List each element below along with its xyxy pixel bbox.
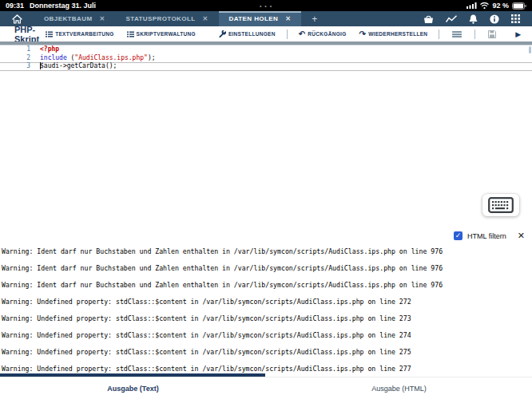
warning-line: Warning: Ident darf nur Buchstaben und Z… [2,243,532,260]
date: Donnerstag 31. Juli [30,2,96,10]
settings-label: EINSTELLUNGEN [228,31,276,37]
page-title: PHP-Skript [14,25,39,44]
tab-close-icon[interactable]: ✕ [202,15,208,22]
code-text: include ("AudiClass.ips.php"); [30,54,156,63]
redo-button[interactable]: ↷ WIEDERHERSTELLEN [359,30,428,38]
tab-daten-holen[interactable]: DATEN HOLEN✕ [219,11,302,26]
code-editor[interactable]: 1<?php2include ("AudiClass.ips.php");3$a… [0,45,532,228]
line-number: 3 [0,62,30,71]
tab-output-html[interactable]: Ausgabe (HTML) [266,377,532,399]
redo-icon: ↷ [359,30,367,38]
code-text: $audi->getCarData(); [30,62,117,71]
code-line[interactable]: 3$audi->getCarData(); [0,62,532,71]
toolbar-divider [287,30,288,39]
list-icon [46,31,53,38]
plus-icon: + [312,14,317,25]
line-number: 2 [0,54,30,63]
grid-icon[interactable] [511,14,520,23]
battery-icon [512,2,526,10]
html-filter-checkbox[interactable]: ✓ [454,231,463,240]
tab-objektbaum[interactable]: OBJEKTBAUM✕ [34,11,116,26]
html-filter-label: HTML filtern [467,232,506,240]
chart-icon[interactable] [446,15,457,23]
editor-vertical-scrollbar[interactable] [529,46,531,53]
script-management-label: SKRIPTVERWALTUNG [137,31,196,37]
battery-percent: 92 % [492,2,509,10]
cellular-icon [466,2,477,9]
store-icon[interactable] [423,14,434,24]
redo-label: WIEDERHERSTELLEN [368,31,427,37]
close-output-icon[interactable]: ✕ [518,231,525,241]
bell-icon[interactable] [469,14,478,24]
undo-label: RÜCKGÄNGIG [308,31,346,37]
warning-line: Warning: Undefined property: stdClass::$… [2,294,532,310]
warning-line: Warning: Ident darf nur Buchstaben und Z… [2,277,532,294]
home-icon [12,14,22,24]
check-icon: ✓ [455,231,462,239]
warning-line: Warning: Ident darf nur Buchstaben und Z… [2,260,532,277]
code-text: <?php [30,45,59,54]
console-menu-button[interactable] [452,31,462,38]
text-processing-button[interactable]: TEXTVERARBEITUNG [46,31,113,38]
undo-button[interactable]: ↶ RÜCKGÄNGIG [299,30,347,38]
status-bar: 09:31 Donnerstag 31. Juli • • • 92 % [0,0,532,11]
undo-icon: ↶ [299,30,306,38]
toolbar-divider [474,30,475,39]
text-processing-label: TEXTVERARBEITUNG [55,31,113,37]
code-line[interactable]: 2include ("AudiClass.ips.php"); [0,54,532,63]
warning-line: Warning: Undefined property: stdClass::$… [2,344,532,361]
warning-line: Warning: Undefined property: stdClass::$… [2,310,532,327]
tab-strip: OBJEKTBAUM✕STATUSPROTOKOLL✕DATEN HOLEN✕ [34,11,301,26]
toolbar-divider [439,30,439,39]
tab-close-icon[interactable]: ✕ [285,15,291,22]
keyboard-icon [488,197,514,213]
add-tab-button[interactable]: + [301,11,328,26]
output-tab-bar: Ausgabe (Text) Ausgabe (HTML) [0,377,532,399]
save-icon [488,30,496,38]
clock: 09:31 [6,2,24,10]
multitask-dots-icon: • • • [260,3,272,9]
wifi-icon [480,2,489,9]
tab-label: DATEN HOLEN [229,15,279,22]
tab-label: STATUSPROTOKOLL [126,15,196,22]
tab-output-text[interactable]: Ausgabe (Text) [0,377,266,399]
save-button[interactable] [488,30,496,38]
script-management-button[interactable]: SKRIPTVERWALTUNG [127,31,196,38]
output-console: ✓ HTML filtern ✕ Warning: Ident darf nur… [0,228,532,377]
list-icon [127,31,134,38]
warning-line: Warning: Undefined property: stdClass::$… [2,327,532,344]
run-script-button[interactable]: ▶ [515,30,521,38]
settings-button[interactable]: EINSTELLUNGEN [219,30,276,38]
toolbar: PHP-Skript TEXTVERARBEITUNG SKRIPTVERWAL… [0,26,532,41]
info-icon[interactable] [490,14,499,24]
code-lines: 1<?php2include ("AudiClass.ips.php");3$a… [0,45,532,71]
warning-list: Warning: Ident darf nur Buchstaben und Z… [2,243,532,377]
tab-label: OBJEKTBAUM [44,15,92,22]
menu-icon [452,31,462,38]
code-line[interactable]: 1<?php [0,45,532,54]
tab-bar: OBJEKTBAUM✕STATUSPROTOKOLL✕DATEN HOLEN✕ … [0,11,532,26]
line-number: 1 [0,45,30,54]
show-keyboard-button[interactable] [482,194,519,216]
tab-statusprotokoll[interactable]: STATUSPROTOKOLL✕ [116,11,219,26]
html-filter-row: ✓ HTML filtern ✕ [454,231,525,241]
tab-close-icon[interactable]: ✕ [99,15,105,22]
wrench-icon [219,30,226,38]
